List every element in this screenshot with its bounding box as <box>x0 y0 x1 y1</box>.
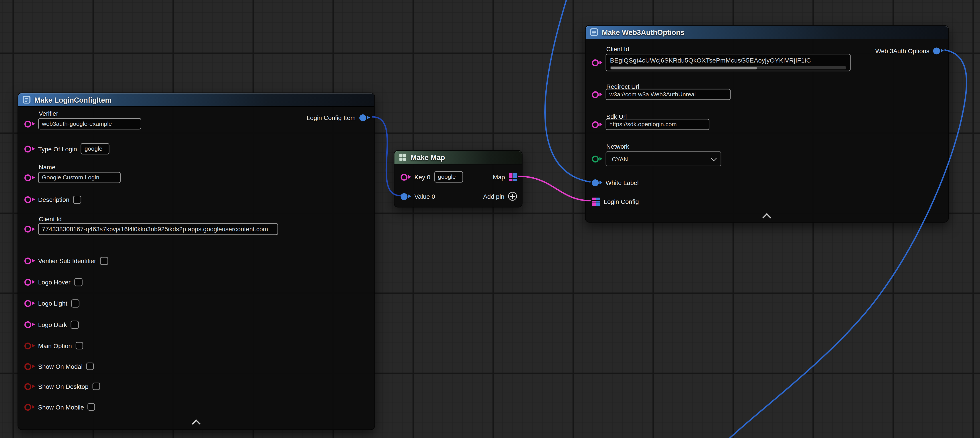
pin-row-verifier-sub-identifier: Verifier Sub Identifier <box>24 255 108 266</box>
chevron-up-icon <box>192 419 201 428</box>
bool-pin-icon[interactable] <box>24 403 31 410</box>
pin-row-client-id: BEglQSgt4cUWcj6SKRdu5QkOXTsePmMcusG5EAoy… <box>592 54 851 72</box>
field-label-verifier: Verifier <box>39 110 58 117</box>
pin-row-description: Description <box>24 194 81 205</box>
client-id-input[interactable]: 774338308167-q463s7kpvja16l4l0kko3nb925i… <box>38 223 278 235</box>
pin-row-logo-dark: Logo Dark <box>24 319 79 330</box>
scrollbar-thumb[interactable] <box>611 67 757 69</box>
pin-row-white-label: White Label <box>592 177 639 188</box>
output-row-login-config-item: Login Config Item <box>307 112 369 123</box>
show-on-desktop-checkbox[interactable] <box>92 382 100 390</box>
string-pin-icon[interactable] <box>24 174 31 181</box>
output-row-web3auth-options: Web 3Auth Options <box>875 45 943 56</box>
node-header[interactable]: Make Web3AuthOptions <box>586 25 948 40</box>
pin-label: Key 0 <box>414 174 430 180</box>
pin-row-value-0: Value 0 <box>401 191 435 202</box>
pin-label: Main Option <box>38 342 72 349</box>
field-label-client-id: Client Id <box>606 46 629 53</box>
collapse-node-button[interactable] <box>193 420 199 427</box>
pin-row-client-id: 774338308167-q463s7kpvja16l4l0kko3nb925i… <box>24 223 278 235</box>
add-pin-button[interactable] <box>508 192 517 201</box>
node-title: Make Web3AuthOptions <box>602 29 684 36</box>
show-on-modal-checkbox[interactable] <box>86 363 94 370</box>
pin-label: Description <box>38 196 69 203</box>
bool-pin-icon[interactable] <box>24 383 31 390</box>
pin-label: Logo Light <box>38 300 67 307</box>
output-row-map: Map <box>493 171 517 183</box>
string-pin-icon[interactable] <box>24 226 31 233</box>
description-input[interactable] <box>73 196 81 204</box>
make-struct-icon <box>22 96 31 104</box>
pin-label: Show On Modal <box>38 363 83 370</box>
struct-pin-icon[interactable] <box>592 179 599 186</box>
collapse-node-button[interactable] <box>764 214 770 221</box>
string-pin-icon[interactable] <box>24 279 31 285</box>
output-pin-label: Web 3Auth Options <box>875 47 929 54</box>
make-map-icon <box>399 153 407 161</box>
bool-pin-icon[interactable] <box>24 342 31 349</box>
pin-label: Logo Hover <box>38 279 70 285</box>
pin-row-show-on-modal: Show On Modal <box>24 361 94 372</box>
string-pin-icon[interactable] <box>592 91 599 98</box>
string-pin-icon[interactable] <box>24 300 31 307</box>
client-id-input[interactable]: BEglQSgt4cUWcj6SKRdu5QkOXTsePmMcusG5EAoy… <box>606 54 851 72</box>
pin-label: Login Config <box>604 198 639 205</box>
map-pin-icon[interactable] <box>592 197 600 205</box>
string-pin-icon[interactable] <box>24 321 31 328</box>
node-title: Make LoginConfigItem <box>34 96 111 104</box>
sdk-url-input[interactable]: https://sdk.openlogin.com <box>606 119 710 130</box>
pin-label: Show On Desktop <box>38 383 88 390</box>
network-selected-value: CYAN <box>612 155 628 162</box>
pin-row-type-of-login: Type Of Login google <box>24 143 110 154</box>
struct-output-pin-icon[interactable] <box>360 114 366 121</box>
add-pin-row: Add pin <box>483 191 517 202</box>
verifier-input[interactable]: web3auth-google-example <box>38 118 141 129</box>
verifier-sub-identifier-input[interactable] <box>100 256 108 265</box>
name-input[interactable]: Google Custom Login <box>38 172 121 183</box>
node-header[interactable]: Make LoginConfigItem <box>18 93 374 107</box>
key-0-input[interactable]: google <box>434 171 463 183</box>
logo-dark-input[interactable] <box>71 320 79 328</box>
pin-row-key-0: Key 0 google <box>401 171 463 183</box>
string-pin-icon[interactable] <box>24 196 31 203</box>
pin-row-show-on-desktop: Show On Desktop <box>24 381 100 392</box>
chevron-up-icon <box>762 213 771 222</box>
pin-row-show-on-mobile: Show On Mobile <box>24 401 95 413</box>
string-pin-icon[interactable] <box>592 59 599 66</box>
type-of-login-input[interactable]: google <box>81 143 110 154</box>
redirect-url-input[interactable]: w3a://com.w3a.Web3AuthUnreal <box>606 89 731 100</box>
wire-offscreen-to-whitelabel[interactable] <box>545 0 590 182</box>
make-struct-icon <box>590 28 598 36</box>
string-pin-icon[interactable] <box>401 174 407 180</box>
struct-output-pin-icon[interactable] <box>933 47 940 54</box>
pin-row-redirect-url: w3a://com.w3a.Web3AuthUnreal <box>592 89 731 100</box>
node-make-map[interactable]: Make Map Key 0 google Map Value 0 Add pi… <box>394 150 522 207</box>
pin-label: Verifier Sub Identifier <box>38 257 96 264</box>
node-make-loginconfigitem[interactable]: Make LoginConfigItem Login Config Item V… <box>18 92 375 430</box>
string-pin-icon[interactable] <box>592 121 599 128</box>
map-output-pin-icon[interactable] <box>509 173 517 181</box>
string-pin-icon[interactable] <box>24 257 31 264</box>
enum-pin-icon[interactable] <box>592 155 599 162</box>
string-pin-icon[interactable] <box>24 145 31 152</box>
bool-pin-icon[interactable] <box>24 363 31 370</box>
field-label-client-id: Client Id <box>39 216 62 223</box>
logo-hover-input[interactable] <box>74 278 82 286</box>
main-option-checkbox[interactable] <box>76 342 83 349</box>
struct-pin-icon[interactable] <box>401 193 407 200</box>
horizontal-scrollbar[interactable] <box>610 66 846 69</box>
field-label-name: Name <box>39 164 56 171</box>
node-make-web3authoptions[interactable]: Make Web3AuthOptions Web 3Auth Options C… <box>585 25 949 223</box>
logo-light-input[interactable] <box>71 299 79 307</box>
pin-label: Value 0 <box>414 193 435 200</box>
blueprint-graph-canvas[interactable]: Make LoginConfigItem Login Config Item V… <box>0 0 980 438</box>
client-id-value: BEglQSgt4cUWcj6SKRdu5QkOXTsePmMcusG5EAoy… <box>610 56 846 65</box>
pin-row-name: Google Custom Login <box>24 172 121 183</box>
node-header[interactable]: Make Map <box>394 151 522 164</box>
network-dropdown[interactable]: CYAN <box>606 151 721 166</box>
wire-map-to-loginconfig[interactable] <box>519 176 590 201</box>
pin-label: Type Of Login <box>38 145 77 152</box>
string-pin-icon[interactable] <box>24 120 31 127</box>
pin-row-verifier: web3auth-google-example <box>24 118 141 129</box>
show-on-mobile-checkbox[interactable] <box>88 403 95 411</box>
